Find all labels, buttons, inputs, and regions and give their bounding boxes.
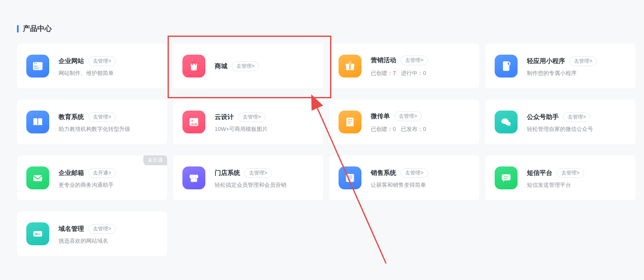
shop-icon — [182, 55, 205, 78]
svg-rect-24 — [347, 175, 352, 176]
card-body: 企业邮箱去开通>更专业的商务沟通助手 — [59, 168, 158, 188]
product-card[interactable]: 营销活动去管理>已创建：7进行中：0 — [329, 44, 479, 89]
svg-rect-27 — [502, 175, 511, 180]
card-subtitle: 制作您的专属小程序 — [527, 70, 626, 76]
sms-icon — [495, 166, 518, 189]
product-card[interactable]: 商城去管理> — [173, 44, 323, 89]
product-card[interactable]: 门店系统去管理>轻松搞定会员管理和会员营销 — [173, 155, 323, 200]
stat-a-label: 已创建： — [371, 126, 393, 132]
card-title-row: 云设计去管理> — [215, 112, 314, 122]
card-title: 企业邮箱 — [59, 169, 84, 177]
card-title: 公众号助手 — [527, 113, 559, 121]
card-body: 微传单去管理>已创建：0已发布：0 — [371, 111, 470, 133]
card-subtitle: 更专业的商务沟通助手 — [59, 182, 158, 188]
card-body: 云设计去管理>10W+可商用模板图片 — [215, 112, 314, 132]
product-card[interactable]: 企业邮箱去开通>更专业的商务沟通助手未开通 — [17, 155, 167, 200]
card-action-button[interactable]: 去管理> — [400, 55, 428, 65]
product-card[interactable]: 短信平台去管理>短信发送管理平台 — [485, 155, 636, 200]
card-title-row: 企业邮箱去开通> — [59, 168, 158, 178]
card-body: 商城去管理> — [215, 61, 314, 71]
stat-a-value: 0 — [393, 126, 396, 132]
stat-b-label: 已发布： — [401, 126, 423, 132]
card-subtitle: 短信发送管理平台 — [527, 182, 626, 188]
product-card[interactable]: 教育系统去管理>助力教培机构数字化转型升级 — [17, 100, 167, 144]
card-title: 企业网站 — [59, 57, 84, 65]
svg-rect-25 — [347, 177, 352, 178]
domain-icon: W.= — [26, 222, 49, 245]
miniapp-icon — [495, 55, 518, 78]
card-subtitle: 网站制作、维护都简单 — [59, 70, 158, 76]
stat-b-label: 进行中： — [401, 70, 423, 76]
card-title: 微传单 — [371, 112, 390, 120]
card-title-row: 公众号助手去管理> — [527, 112, 626, 122]
card-stat-b: 进行中：0 — [401, 69, 426, 77]
card-body: 教育系统去管理>助力教培机构数字化转型升级 — [59, 112, 158, 132]
card-action-button[interactable]: 去管理> — [394, 111, 422, 121]
image-icon — [182, 111, 205, 133]
card-title-row: 轻应用小程序去管理> — [527, 56, 626, 66]
card-corner-tag: 未开通 — [143, 155, 167, 165]
card-body: 域名管理去管理>挑选喜欢的网站域名 — [59, 224, 158, 244]
card-title: 云设计 — [215, 113, 234, 121]
wechat-icon — [495, 111, 518, 133]
card-subtitle: 助力教培机构数字化转型升级 — [59, 126, 158, 132]
stat-a-label: 已创建： — [371, 70, 393, 76]
card-subtitle: 让获客和销售变得简单 — [371, 182, 470, 188]
card-action-button[interactable]: 去管理> — [88, 56, 116, 66]
product-card[interactable]: 微传单去管理>已创建：0已发布：0 — [329, 100, 479, 144]
product-card[interactable]: 轻应用小程序去管理>制作您的专属小程序 — [485, 44, 636, 89]
product-card[interactable]: 公众号助手去管理>轻松管理自家的微信公众号 — [485, 100, 636, 144]
card-action-button[interactable]: 去管理> — [238, 112, 266, 122]
card-subtitle: 挑选喜欢的网站域名 — [59, 238, 158, 244]
card-action-button[interactable]: 去管理> — [88, 224, 116, 234]
card-stat-a: 已创建：0 — [371, 125, 396, 133]
svg-text:W.=: W.= — [35, 232, 41, 236]
card-body: 营销活动去管理>已创建：7进行中：0 — [371, 55, 470, 77]
book-icon — [26, 111, 49, 133]
card-title-row: 短信平台去管理> — [527, 168, 626, 178]
svg-rect-16 — [347, 121, 352, 122]
card-action-button[interactable]: 去管理> — [557, 168, 584, 178]
card-action-button[interactable]: 去管理> — [569, 56, 597, 66]
svg-rect-29 — [504, 178, 507, 179]
svg-point-3 — [36, 63, 36, 64]
card-stat-b: 已发布：0 — [401, 125, 426, 133]
product-card[interactable]: 企业网站去管理>网站制作、维护都简单 — [17, 44, 167, 89]
card-title-row: 销售系统去管理> — [371, 168, 470, 178]
mail-icon — [26, 166, 49, 189]
card-title: 轻应用小程序 — [527, 57, 565, 65]
card-stats: 已创建：0已发布：0 — [371, 125, 470, 133]
svg-point-2 — [34, 63, 35, 64]
store-icon — [182, 166, 205, 189]
svg-rect-15 — [347, 119, 352, 120]
card-action-button[interactable]: 去管理> — [400, 168, 428, 178]
svg-point-13 — [191, 120, 193, 122]
card-subtitle: 轻松搞定会员管理和会员营销 — [215, 182, 314, 188]
flyer-icon — [339, 111, 361, 133]
card-action-button[interactable]: 去管理> — [244, 168, 272, 178]
card-action-button[interactable]: 去管理> — [563, 112, 591, 122]
list-icon — [339, 166, 361, 189]
card-title: 教育系统 — [59, 113, 84, 121]
title-accent-bar — [17, 25, 19, 33]
card-action-button[interactable]: 去管理> — [232, 61, 259, 71]
svg-rect-17 — [347, 123, 351, 124]
svg-rect-28 — [504, 176, 508, 177]
stat-b-value: 0 — [423, 70, 426, 76]
card-title-row: 商城去管理> — [215, 61, 314, 71]
card-action-button[interactable]: 去开通> — [88, 168, 116, 178]
card-body: 销售系统去管理>让获客和销售变得简单 — [371, 168, 470, 188]
card-stats: 已创建：7进行中：0 — [371, 69, 470, 77]
product-card[interactable]: 云设计去管理>10W+可商用模板图片 — [173, 100, 323, 144]
product-card[interactable]: 销售系统去管理>让获客和销售变得简单 — [329, 155, 479, 200]
card-title-row: 域名管理去管理> — [59, 224, 158, 234]
svg-rect-22 — [191, 178, 197, 182]
card-action-button[interactable]: 去管理> — [88, 112, 116, 122]
svg-rect-8 — [350, 64, 351, 70]
card-title-row: 微传单去管理> — [371, 111, 470, 121]
card-subtitle: 10W+可商用模板图片 — [215, 126, 314, 132]
svg-rect-21 — [34, 175, 42, 181]
svg-rect-26 — [347, 180, 351, 180]
product-card[interactable]: W.=域名管理去管理>挑选喜欢的网站域名 — [17, 211, 167, 256]
card-title-row: 门店系统去管理> — [215, 168, 314, 178]
